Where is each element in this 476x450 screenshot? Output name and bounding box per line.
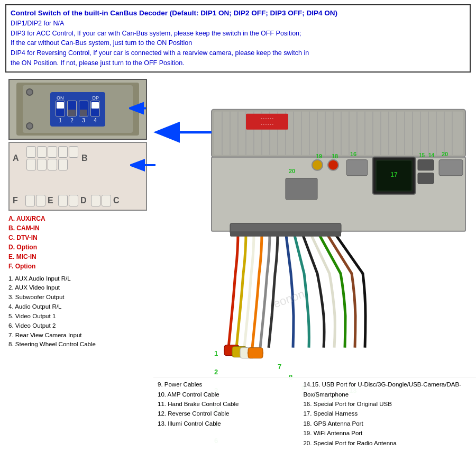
list-item-8: 8. Steering Wheel Control Cable xyxy=(8,340,147,349)
dip-switch-3[interactable] xyxy=(79,101,88,116)
center-item-11: 11. Hand Brake Control Cable xyxy=(158,399,298,409)
dip-knob-2 xyxy=(68,110,76,116)
center-item-9: 9. Power Cables xyxy=(158,380,298,389)
center-list: 9. Power Cables 10. AMP Control Cable 11… xyxy=(158,380,303,448)
info-line-3: If the car without Can-Bus system, just … xyxy=(11,38,465,48)
wire-num-2: 2 xyxy=(214,367,218,375)
usb-14 xyxy=(418,159,434,170)
legend-a: A. AUX/RCA xyxy=(8,214,147,223)
port-16 xyxy=(346,159,368,175)
info-line-2: DIP3 for ACC Control, If your car with C… xyxy=(11,29,465,39)
wire-brown xyxy=(325,231,355,347)
dip-numbers: 1 2 3 4 xyxy=(56,118,100,123)
center-connector xyxy=(286,178,317,199)
dip-num-4: 4 xyxy=(90,118,100,123)
info-line-1: DIP1/DIP2 for N/A xyxy=(11,19,465,29)
info-line-4: DIP4 for Reversing Control, If your car … xyxy=(11,48,465,58)
conn-arrow xyxy=(130,159,157,174)
num-20b: 20 xyxy=(289,167,295,174)
svg-rect-36 xyxy=(230,231,341,236)
right-item-17: 17. Special Harness xyxy=(303,409,472,418)
legend-e: E. MIC-IN xyxy=(8,252,147,262)
bottom-lists: 9. Power Cables 10. AMP Control Cable 11… xyxy=(153,377,476,450)
left-column: ON DP xyxy=(0,76,153,450)
dip-switch-4[interactable] xyxy=(90,101,100,116)
wire-num-1: 1 xyxy=(214,349,218,357)
label-a: A xyxy=(13,154,23,163)
dip-switch-module: ON DP xyxy=(50,92,105,127)
center-item-12: 12. Reverse Control Cable xyxy=(158,409,298,418)
info-body: DIP1/DIP2 for N/A DIP3 for ACC Control, … xyxy=(11,19,465,68)
label-c: C xyxy=(113,196,122,205)
right-item-18: 18. GPS Antenna Port xyxy=(303,419,472,428)
wire-blue1 xyxy=(286,231,294,347)
watermark: eonon xyxy=(271,287,306,310)
label-b: B xyxy=(81,154,92,163)
list-item-6: 6. Video Output 2 xyxy=(8,321,147,331)
numbered-list-left: 1. AUX Audio Input R/L 2. AUX Video Inpu… xyxy=(8,274,147,350)
legend-b: B. CAM-IN xyxy=(8,223,147,233)
page: Control Switch of the built-in CanBus De… xyxy=(0,0,476,450)
label-d: D xyxy=(80,196,89,205)
svg-rect-40 xyxy=(248,347,263,358)
info-box: Control Switch of the built-in CanBus De… xyxy=(5,4,471,73)
wire-white2 xyxy=(309,231,335,347)
num-18: 18 xyxy=(332,152,338,159)
dip-num-3: 3 xyxy=(79,118,88,123)
num-17: 17 xyxy=(390,170,398,178)
diagram-main: ON DP xyxy=(0,76,476,450)
dip-dp-label: DP xyxy=(92,95,99,101)
legend: A. AUX/RCA B. CAM-IN C. DTV-IN D. Option… xyxy=(8,214,147,271)
center-item-10: 10. AMP Control Cable xyxy=(158,390,298,399)
label-e: E xyxy=(48,196,56,205)
info-title: Control Switch of the built-in CanBus De… xyxy=(11,8,465,19)
dip-switch-1[interactable] xyxy=(56,101,65,116)
list-item-2: 2. AUX Video Input xyxy=(8,283,147,293)
diagram-area: - - - - - - - - - - - - 19 18 16 17 xyxy=(153,76,476,450)
wire-red xyxy=(228,231,238,347)
usb-15 xyxy=(418,173,434,183)
dip-knob-3 xyxy=(80,110,87,116)
connector-row-a xyxy=(26,146,78,170)
list-item-7: 7. Rear View Camera Input xyxy=(8,331,147,340)
dip-knob-4 xyxy=(91,102,99,109)
list-item-1: 1. AUX Audio Input R/L xyxy=(8,274,147,284)
right-item-20: 20. Special Port for Radio Antenna xyxy=(303,438,472,448)
num-14: 14 xyxy=(428,152,435,158)
num-20: 20 xyxy=(442,150,448,157)
right-item-16: 16. Special Port for Original USB xyxy=(303,399,472,409)
port-18-gps xyxy=(328,159,338,170)
right-item-19: 19. WiFi Antenna Port xyxy=(303,428,472,438)
center-item-13: 13. Illumi Control Cable xyxy=(158,419,298,428)
dip-num-2: 2 xyxy=(67,118,77,123)
right-item-14-15: 14.15. USB Port for U-Disc/3G-Dongle/USB… xyxy=(303,380,472,399)
dip-on-label: ON xyxy=(57,95,64,101)
red-label-text2: - - - - - - xyxy=(261,122,273,125)
list-item-3: 3. Subwoofer Output xyxy=(8,293,147,302)
num-16: 16 xyxy=(350,150,356,157)
dip-inner: ON DP xyxy=(16,83,139,136)
legend-d: D. Option xyxy=(8,242,147,252)
num-19: 19 xyxy=(316,152,322,159)
info-line-5: the ON Position. If not, please just tur… xyxy=(11,58,465,68)
list-item-4: 4. Audio Output R/L xyxy=(8,302,147,312)
port-19-wifi xyxy=(312,159,323,170)
wire-num-7: 7 xyxy=(278,362,281,370)
port-20 xyxy=(439,159,463,175)
wire-black3 xyxy=(333,231,365,347)
right-list: 14.15. USB Port for U-Disc/3G-Dongle/USB… xyxy=(303,380,472,448)
list-item-5: 5. Video Output 1 xyxy=(8,312,147,321)
connector-box: A xyxy=(8,142,147,211)
dip-arrow xyxy=(129,101,147,118)
legend-f: F. Option xyxy=(8,262,147,271)
red-label-text: - - - - - - xyxy=(261,115,273,119)
dip-knob-1 xyxy=(57,102,64,109)
legend-c: C. DTV-IN xyxy=(8,233,147,242)
dip-switch-2[interactable] xyxy=(67,101,77,116)
num-15: 15 xyxy=(419,152,425,158)
dip-switch-box: ON DP xyxy=(8,79,147,140)
dip-num-1: 1 xyxy=(56,118,65,123)
dip-switches xyxy=(56,101,100,116)
connector-row-fedc xyxy=(25,195,45,206)
label-f: F xyxy=(13,196,23,205)
